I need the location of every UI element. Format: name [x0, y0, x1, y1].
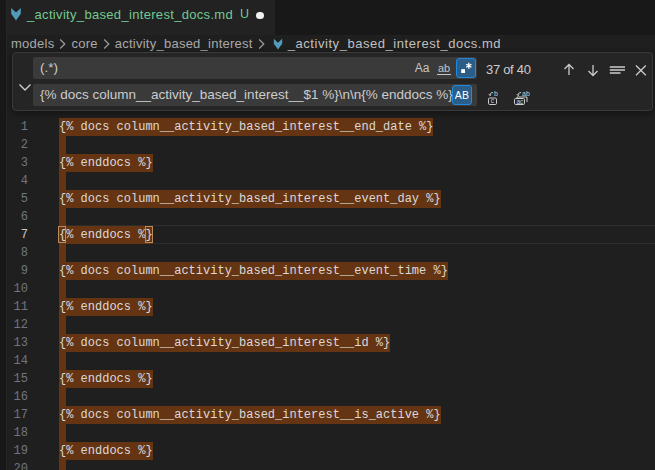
svg-text:b: b [494, 90, 498, 97]
svg-text:ac: ac [517, 98, 525, 105]
svg-text:ab: ab [522, 90, 530, 97]
